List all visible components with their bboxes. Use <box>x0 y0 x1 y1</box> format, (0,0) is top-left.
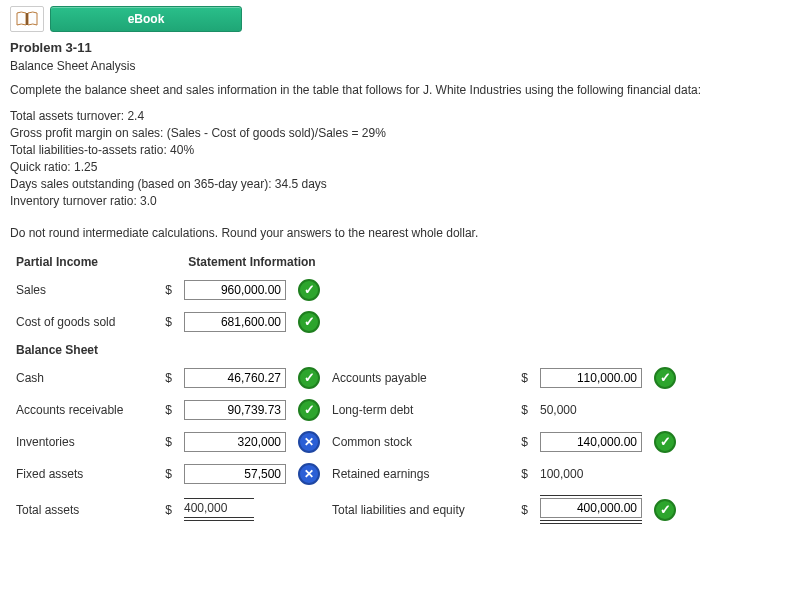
financial-data-item: Days sales outstanding (based on 365-day… <box>10 177 796 191</box>
problem-subtitle: Balance Sheet Analysis <box>10 59 796 73</box>
financial-data-item: Quick ratio: 1.25 <box>10 160 796 174</box>
financial-data-item: Inventory turnover ratio: 3.0 <box>10 194 796 208</box>
svg-rect-0 <box>26 13 28 25</box>
dollar-sign: $ <box>508 458 534 490</box>
label-total-assets: Total assets <box>10 490 152 529</box>
dollar-sign: $ <box>508 490 534 529</box>
dollar-sign: $ <box>152 458 178 490</box>
label-ar: Accounts receivable <box>10 394 152 426</box>
header-statement-info: Statement Information <box>178 250 326 274</box>
x-icon: ✕ <box>298 463 320 485</box>
financial-data-item: Total liabilities-to-assets ratio: 40% <box>10 143 796 157</box>
value-retained-earnings: 100,000 <box>540 467 587 481</box>
financial-data-list: Total assets turnover: 2.4 Gross profit … <box>10 109 796 208</box>
check-icon: ✓ <box>654 431 676 453</box>
dollar-sign: $ <box>508 394 534 426</box>
check-icon: ✓ <box>654 499 676 521</box>
label-cash: Cash <box>10 362 152 394</box>
book-icon <box>10 6 44 32</box>
value-total-assets: 400,000 <box>184 498 254 521</box>
label-fixed-assets: Fixed assets <box>10 458 152 490</box>
input-ar[interactable] <box>184 400 286 420</box>
financial-data-item: Total assets turnover: 2.4 <box>10 109 796 123</box>
ebook-button[interactable]: eBook <box>50 6 242 32</box>
header-balance-sheet: Balance Sheet <box>10 338 682 362</box>
label-retained-earnings: Retained earnings <box>326 458 508 490</box>
check-icon: ✓ <box>298 367 320 389</box>
label-ltd: Long-term debt <box>326 394 508 426</box>
check-icon: ✓ <box>298 399 320 421</box>
check-icon: ✓ <box>298 279 320 301</box>
rounding-note: Do not round intermediate calculations. … <box>10 226 796 240</box>
label-inventories: Inventories <box>10 426 152 458</box>
input-inventories[interactable] <box>184 432 286 452</box>
header-partial-income: Partial Income <box>10 250 152 274</box>
financial-data-item: Gross profit margin on sales: (Sales - C… <box>10 126 796 140</box>
dollar-sign: $ <box>152 490 178 529</box>
label-common-stock: Common stock <box>326 426 508 458</box>
dollar-sign: $ <box>152 274 178 306</box>
label-ap: Accounts payable <box>326 362 508 394</box>
dollar-sign: $ <box>152 426 178 458</box>
value-ltd: 50,000 <box>540 403 581 417</box>
label-sales: Sales <box>10 274 152 306</box>
dollar-sign: $ <box>152 394 178 426</box>
input-total-liab-equity[interactable] <box>540 498 642 518</box>
label-total-liab-equity: Total liabilities and equity <box>326 490 508 529</box>
dollar-sign: $ <box>508 362 534 394</box>
dollar-sign: $ <box>508 426 534 458</box>
input-cash[interactable] <box>184 368 286 388</box>
input-common-stock[interactable] <box>540 432 642 452</box>
dollar-sign: $ <box>152 362 178 394</box>
input-ap[interactable] <box>540 368 642 388</box>
x-icon: ✕ <box>298 431 320 453</box>
balance-sheet-table: Partial Income Statement Information Sal… <box>10 250 682 529</box>
input-cogs[interactable] <box>184 312 286 332</box>
input-sales[interactable] <box>184 280 286 300</box>
problem-title: Problem 3-11 <box>10 40 796 55</box>
check-icon: ✓ <box>654 367 676 389</box>
instructions-text: Complete the balance sheet and sales inf… <box>10 83 796 97</box>
check-icon: ✓ <box>298 311 320 333</box>
dollar-sign: $ <box>152 306 178 338</box>
label-cogs: Cost of goods sold <box>10 306 152 338</box>
input-fixed-assets[interactable] <box>184 464 286 484</box>
